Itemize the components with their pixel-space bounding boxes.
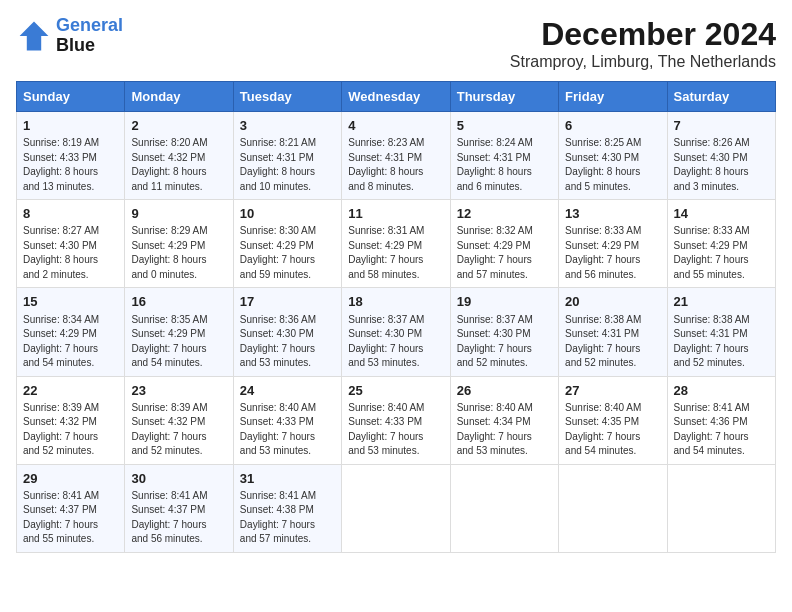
day-info: Sunrise: 8:21 AMSunset: 4:31 PMDaylight:… (240, 136, 335, 194)
weekday-header-sunday: Sunday (17, 82, 125, 112)
day-info: Sunrise: 8:41 AMSunset: 4:37 PMDaylight:… (23, 489, 118, 547)
day-number: 13 (565, 205, 660, 223)
day-info: Sunrise: 8:25 AMSunset: 4:30 PMDaylight:… (565, 136, 660, 194)
calendar-table: SundayMondayTuesdayWednesdayThursdayFrid… (16, 81, 776, 553)
calendar-cell: 14Sunrise: 8:33 AMSunset: 4:29 PMDayligh… (667, 200, 775, 288)
day-number: 8 (23, 205, 118, 223)
day-info: Sunrise: 8:40 AMSunset: 4:33 PMDaylight:… (240, 401, 335, 459)
calendar-cell: 15Sunrise: 8:34 AMSunset: 4:29 PMDayligh… (17, 288, 125, 376)
day-number: 19 (457, 293, 552, 311)
calendar-cell: 12Sunrise: 8:32 AMSunset: 4:29 PMDayligh… (450, 200, 558, 288)
day-number: 24 (240, 382, 335, 400)
day-number: 1 (23, 117, 118, 135)
day-info: Sunrise: 8:39 AMSunset: 4:32 PMDaylight:… (131, 401, 226, 459)
day-info: Sunrise: 8:29 AMSunset: 4:29 PMDaylight:… (131, 224, 226, 282)
day-info: Sunrise: 8:24 AMSunset: 4:31 PMDaylight:… (457, 136, 552, 194)
calendar-cell: 2Sunrise: 8:20 AMSunset: 4:32 PMDaylight… (125, 112, 233, 200)
calendar-cell: 31Sunrise: 8:41 AMSunset: 4:38 PMDayligh… (233, 464, 341, 552)
calendar-cell: 16Sunrise: 8:35 AMSunset: 4:29 PMDayligh… (125, 288, 233, 376)
calendar-cell: 3Sunrise: 8:21 AMSunset: 4:31 PMDaylight… (233, 112, 341, 200)
title-block: December 2024 Stramproy, Limburg, The Ne… (510, 16, 776, 71)
calendar-cell (559, 464, 667, 552)
calendar-cell: 17Sunrise: 8:36 AMSunset: 4:30 PMDayligh… (233, 288, 341, 376)
calendar-cell: 25Sunrise: 8:40 AMSunset: 4:33 PMDayligh… (342, 376, 450, 464)
weekday-header-saturday: Saturday (667, 82, 775, 112)
logo-text: GeneralBlue (56, 16, 123, 56)
day-info: Sunrise: 8:32 AMSunset: 4:29 PMDaylight:… (457, 224, 552, 282)
day-info: Sunrise: 8:33 AMSunset: 4:29 PMDaylight:… (565, 224, 660, 282)
day-number: 11 (348, 205, 443, 223)
calendar-cell: 24Sunrise: 8:40 AMSunset: 4:33 PMDayligh… (233, 376, 341, 464)
logo-icon (16, 18, 52, 54)
day-number: 3 (240, 117, 335, 135)
day-info: Sunrise: 8:37 AMSunset: 4:30 PMDaylight:… (348, 313, 443, 371)
weekday-header-monday: Monday (125, 82, 233, 112)
calendar-cell: 20Sunrise: 8:38 AMSunset: 4:31 PMDayligh… (559, 288, 667, 376)
calendar-cell: 22Sunrise: 8:39 AMSunset: 4:32 PMDayligh… (17, 376, 125, 464)
calendar-cell: 19Sunrise: 8:37 AMSunset: 4:30 PMDayligh… (450, 288, 558, 376)
day-number: 26 (457, 382, 552, 400)
calendar-cell: 18Sunrise: 8:37 AMSunset: 4:30 PMDayligh… (342, 288, 450, 376)
day-number: 12 (457, 205, 552, 223)
day-number: 7 (674, 117, 769, 135)
weekday-header-tuesday: Tuesday (233, 82, 341, 112)
day-info: Sunrise: 8:26 AMSunset: 4:30 PMDaylight:… (674, 136, 769, 194)
day-info: Sunrise: 8:30 AMSunset: 4:29 PMDaylight:… (240, 224, 335, 282)
location-title: Stramproy, Limburg, The Netherlands (510, 53, 776, 71)
calendar-cell: 11Sunrise: 8:31 AMSunset: 4:29 PMDayligh… (342, 200, 450, 288)
day-info: Sunrise: 8:23 AMSunset: 4:31 PMDaylight:… (348, 136, 443, 194)
day-number: 4 (348, 117, 443, 135)
day-number: 25 (348, 382, 443, 400)
day-info: Sunrise: 8:27 AMSunset: 4:30 PMDaylight:… (23, 224, 118, 282)
day-number: 22 (23, 382, 118, 400)
month-title: December 2024 (510, 16, 776, 53)
day-info: Sunrise: 8:41 AMSunset: 4:38 PMDaylight:… (240, 489, 335, 547)
day-info: Sunrise: 8:41 AMSunset: 4:36 PMDaylight:… (674, 401, 769, 459)
calendar-cell: 29Sunrise: 8:41 AMSunset: 4:37 PMDayligh… (17, 464, 125, 552)
calendar-cell: 28Sunrise: 8:41 AMSunset: 4:36 PMDayligh… (667, 376, 775, 464)
day-info: Sunrise: 8:40 AMSunset: 4:33 PMDaylight:… (348, 401, 443, 459)
day-number: 15 (23, 293, 118, 311)
calendar-cell: 10Sunrise: 8:30 AMSunset: 4:29 PMDayligh… (233, 200, 341, 288)
day-number: 27 (565, 382, 660, 400)
day-info: Sunrise: 8:39 AMSunset: 4:32 PMDaylight:… (23, 401, 118, 459)
day-number: 18 (348, 293, 443, 311)
day-number: 23 (131, 382, 226, 400)
calendar-cell (342, 464, 450, 552)
day-info: Sunrise: 8:34 AMSunset: 4:29 PMDaylight:… (23, 313, 118, 371)
day-info: Sunrise: 8:19 AMSunset: 4:33 PMDaylight:… (23, 136, 118, 194)
day-number: 30 (131, 470, 226, 488)
logo: GeneralBlue (16, 16, 123, 56)
day-number: 20 (565, 293, 660, 311)
day-number: 6 (565, 117, 660, 135)
calendar-cell: 4Sunrise: 8:23 AMSunset: 4:31 PMDaylight… (342, 112, 450, 200)
calendar-cell: 1Sunrise: 8:19 AMSunset: 4:33 PMDaylight… (17, 112, 125, 200)
day-info: Sunrise: 8:41 AMSunset: 4:37 PMDaylight:… (131, 489, 226, 547)
calendar-cell: 21Sunrise: 8:38 AMSunset: 4:31 PMDayligh… (667, 288, 775, 376)
day-number: 16 (131, 293, 226, 311)
calendar-cell: 5Sunrise: 8:24 AMSunset: 4:31 PMDaylight… (450, 112, 558, 200)
day-info: Sunrise: 8:20 AMSunset: 4:32 PMDaylight:… (131, 136, 226, 194)
day-number: 9 (131, 205, 226, 223)
page-header: GeneralBlue December 2024 Stramproy, Lim… (16, 16, 776, 71)
day-info: Sunrise: 8:31 AMSunset: 4:29 PMDaylight:… (348, 224, 443, 282)
day-number: 2 (131, 117, 226, 135)
calendar-cell (667, 464, 775, 552)
calendar-cell: 7Sunrise: 8:26 AMSunset: 4:30 PMDaylight… (667, 112, 775, 200)
day-number: 5 (457, 117, 552, 135)
day-number: 14 (674, 205, 769, 223)
day-info: Sunrise: 8:38 AMSunset: 4:31 PMDaylight:… (565, 313, 660, 371)
calendar-cell (450, 464, 558, 552)
day-info: Sunrise: 8:40 AMSunset: 4:34 PMDaylight:… (457, 401, 552, 459)
calendar-cell: 27Sunrise: 8:40 AMSunset: 4:35 PMDayligh… (559, 376, 667, 464)
weekday-header-friday: Friday (559, 82, 667, 112)
calendar-cell: 9Sunrise: 8:29 AMSunset: 4:29 PMDaylight… (125, 200, 233, 288)
day-info: Sunrise: 8:37 AMSunset: 4:30 PMDaylight:… (457, 313, 552, 371)
day-info: Sunrise: 8:35 AMSunset: 4:29 PMDaylight:… (131, 313, 226, 371)
calendar-cell: 26Sunrise: 8:40 AMSunset: 4:34 PMDayligh… (450, 376, 558, 464)
svg-marker-0 (20, 21, 49, 50)
calendar-cell: 13Sunrise: 8:33 AMSunset: 4:29 PMDayligh… (559, 200, 667, 288)
calendar-cell: 8Sunrise: 8:27 AMSunset: 4:30 PMDaylight… (17, 200, 125, 288)
day-info: Sunrise: 8:38 AMSunset: 4:31 PMDaylight:… (674, 313, 769, 371)
calendar-cell: 6Sunrise: 8:25 AMSunset: 4:30 PMDaylight… (559, 112, 667, 200)
